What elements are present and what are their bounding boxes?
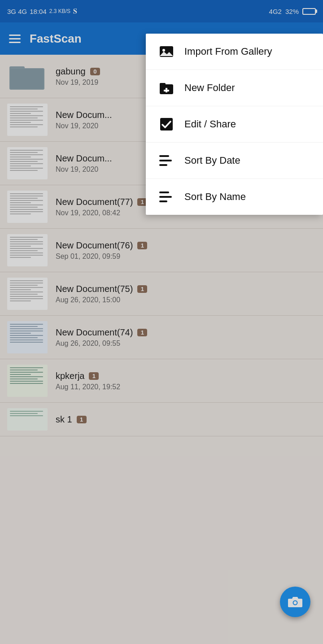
menu-item-sort-name-label: Sort By Name xyxy=(184,191,246,203)
context-menu: Import From Gallery New Folder Edit / Sh… xyxy=(146,34,323,215)
svg-rect-17 xyxy=(159,196,172,198)
checkbox-icon xyxy=(158,116,175,132)
menu-item-sort-date[interactable]: Sort By Date xyxy=(146,143,323,179)
menu-item-new-folder[interactable]: New Folder xyxy=(146,70,323,106)
menu-item-import-gallery[interactable]: Import From Gallery xyxy=(146,34,323,70)
svg-rect-14 xyxy=(159,160,172,161)
new-folder-icon xyxy=(158,80,175,96)
menu-item-edit-share-label: Edit / Share xyxy=(184,118,236,130)
menu-item-edit-share[interactable]: Edit / Share xyxy=(146,106,323,143)
svg-point-5 xyxy=(162,49,165,52)
menu-item-import-gallery-label: Import From Gallery xyxy=(184,46,272,57)
svg-rect-13 xyxy=(159,155,169,157)
svg-rect-18 xyxy=(159,200,167,202)
svg-rect-15 xyxy=(159,164,167,166)
svg-rect-16 xyxy=(159,191,169,193)
menu-item-sort-date-label: Sort By Date xyxy=(184,155,240,166)
svg-rect-11 xyxy=(166,88,167,92)
image-icon xyxy=(158,44,175,60)
menu-item-new-folder-label: New Folder xyxy=(184,82,235,94)
svg-rect-8 xyxy=(160,83,166,86)
sort-name-icon xyxy=(158,189,175,205)
sort-date-icon xyxy=(158,152,175,169)
menu-item-sort-name[interactable]: Sort By Name xyxy=(146,179,323,215)
